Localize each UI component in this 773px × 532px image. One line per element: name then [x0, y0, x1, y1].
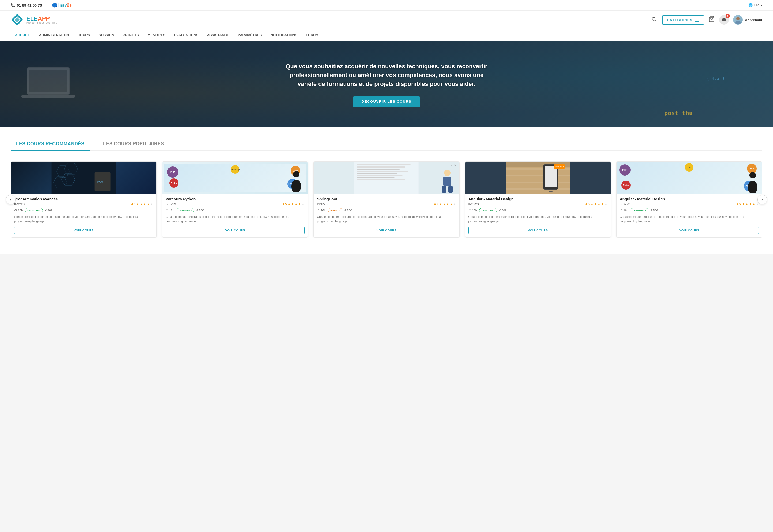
course-meta: ⏱ 16h DÉBUTANT € 50€	[468, 208, 608, 212]
voir-cours-button[interactable]: VOIR COURS	[620, 227, 759, 234]
star-1: ★	[591, 202, 594, 206]
price-value: 50€	[47, 209, 52, 212]
voir-cours-button[interactable]: VOIR COURS	[165, 227, 305, 234]
rating-value: 4.5	[283, 203, 287, 206]
star-5: ★	[150, 202, 153, 206]
euro-icon: €	[45, 209, 47, 212]
hero-code-decoration: post_thu	[664, 110, 693, 116]
code-label: < />	[451, 164, 457, 166]
level-badge: DÉBUTANT	[176, 208, 195, 212]
duration-value: 16h	[624, 209, 628, 212]
nav-item-forum[interactable]: FORUM	[302, 29, 323, 41]
notifications-button[interactable]: 2	[719, 15, 729, 25]
rating-value: 4.5	[434, 203, 438, 206]
course-title: Angular - Material Design	[620, 197, 759, 201]
partner-icon: 🔵	[52, 3, 57, 8]
top-bar: 📞 01 89 41 00 70 | 🔵 insy2s 🌐 FR ▾	[0, 0, 773, 11]
search-button[interactable]	[650, 16, 658, 24]
course-thumbnail: code	[11, 162, 156, 194]
provider-name: INSY2S	[317, 203, 327, 206]
nav-item-assistance[interactable]: ASSISTANCE	[203, 29, 234, 41]
star-rating: 4.5 ★ ★ ★ ★ ★	[434, 202, 456, 206]
discover-courses-button[interactable]: DÉCOUVRIR LES COURS	[353, 96, 420, 107]
categories-button[interactable]: CATÉGORIES	[662, 15, 704, 25]
svg-rect-28	[357, 171, 408, 172]
level-badge: AVANCÉ	[328, 208, 343, 212]
course-thumbnail: < />	[314, 162, 459, 194]
person-silhouette2	[746, 171, 759, 194]
duration-value: 16h	[321, 209, 325, 212]
provider-name: INSY2S	[14, 203, 25, 206]
star-5: ★	[453, 202, 456, 206]
euro-icon: €	[196, 209, 198, 212]
chevron-down-icon: ▾	[760, 3, 762, 7]
notification-badge: 2	[726, 14, 730, 18]
course-meta: ⏱ 16h AVANCÉ € 50€	[317, 208, 456, 212]
user-section[interactable]: Apprenant	[733, 15, 762, 25]
courses-carousel: ‹	[11, 161, 762, 238]
nav-item-projets[interactable]: PROJETS	[118, 29, 143, 41]
star-3: ★	[749, 202, 752, 206]
voir-cours-button[interactable]: VOIR COURS	[317, 227, 456, 234]
course-description: Create computer programs or build the ap…	[165, 215, 305, 223]
carousel-next-button[interactable]: ›	[757, 195, 767, 204]
courses-grid: code Programmation avancée INSY2S 4.5 ★ …	[11, 161, 762, 238]
nav-item-administration[interactable]: ADMINISTRATION	[35, 29, 73, 41]
svg-rect-44	[544, 166, 556, 187]
lang-selector[interactable]: 🌐 FR ▾	[748, 3, 762, 7]
nav-item-cours[interactable]: COURS	[73, 29, 94, 41]
price-item: € 50€	[45, 209, 52, 212]
star-2: ★	[291, 202, 294, 206]
clock-icon: ⏱	[620, 209, 623, 212]
logo-diamond-icon	[11, 13, 24, 26]
star-4: ★	[752, 202, 755, 206]
voir-cours-button[interactable]: VOIR COURS	[14, 227, 153, 234]
price-item: € 50€	[651, 209, 658, 212]
star-5: ★	[605, 202, 608, 206]
search-icon	[652, 17, 657, 22]
nav-item-session[interactable]: SESSION	[94, 29, 118, 41]
star-3: ★	[446, 202, 449, 206]
svg-rect-5	[695, 18, 699, 18]
svg-rect-42	[506, 188, 570, 190]
course-card: PHP Java JavaScript Ruby Python	[162, 161, 308, 238]
course-meta: ⏱ 16h DÉBUTANT € 50€	[620, 208, 759, 212]
menu-icon	[695, 18, 699, 22]
nav-item-accueil[interactable]: ACCUEIL	[11, 29, 35, 41]
svg-rect-13	[29, 70, 67, 92]
course-body: Angular - Material Design INSY2S 4.5 ★ ★…	[617, 194, 762, 237]
course-description: Create computer programs or build the ap…	[620, 215, 759, 223]
course-description: Create computer programs or build the ap…	[14, 215, 153, 223]
course-card: PHP Java JS Ruby Python Angular - Materi…	[616, 161, 762, 238]
nav-item-evaluations[interactable]: ÉVALUATIONS	[169, 29, 203, 41]
person-silhouette	[290, 170, 303, 192]
tab-popular[interactable]: LES COURS POPULAIRES	[98, 138, 169, 151]
star-1: ★	[288, 202, 291, 206]
star-4: ★	[298, 202, 301, 206]
level-badge: DÉBUTANT	[479, 208, 497, 212]
nav-item-parametres[interactable]: PARAMÈTRES	[233, 29, 266, 41]
svg-rect-35	[442, 186, 446, 193]
logo[interactable]: ELEAPP Project-Based Learning	[11, 13, 57, 26]
hero-section: post_thu ( 4,2 ) Que vous souhaitiez acq…	[0, 41, 773, 127]
php-bubble: PHP	[167, 166, 178, 178]
top-bar-left: 📞 01 89 41 00 70 | 🔵 insy2s	[11, 2, 71, 8]
tab-recommended[interactable]: LES COURS RECOMMANDÉS	[11, 138, 90, 151]
cart-button[interactable]	[709, 16, 715, 24]
voir-cours-button[interactable]: VOIR COURS	[468, 227, 608, 234]
svg-rect-32	[357, 179, 405, 180]
nav-item-membres[interactable]: MEMBRES	[143, 29, 169, 41]
nav-item-notifications[interactable]: NOTIFICATIONS	[266, 29, 302, 41]
brand-name: ELEAPP	[26, 16, 57, 22]
springboot-person	[441, 169, 454, 194]
course-provider-row: INSY2S 4.5 ★ ★ ★ ★ ★	[14, 202, 153, 206]
separator: |	[46, 2, 47, 8]
course-card: ANGULAR Angular - Material Design INSY2S…	[465, 161, 611, 238]
course-title: Angular - Material Design	[468, 197, 608, 201]
course-body: SpringBoot INSY2S 4.5 ★ ★ ★ ★ ★	[314, 194, 459, 237]
star-rating: 4.5 ★ ★ ★ ★ ★	[283, 202, 305, 206]
svg-rect-14	[21, 95, 75, 98]
header: ELEAPP Project-Based Learning CATÉGORIES	[0, 11, 773, 29]
carousel-prev-button[interactable]: ‹	[6, 195, 16, 204]
course-body: Parcours Python INSY2S 4.5 ★ ★ ★ ★ ★	[162, 194, 308, 237]
